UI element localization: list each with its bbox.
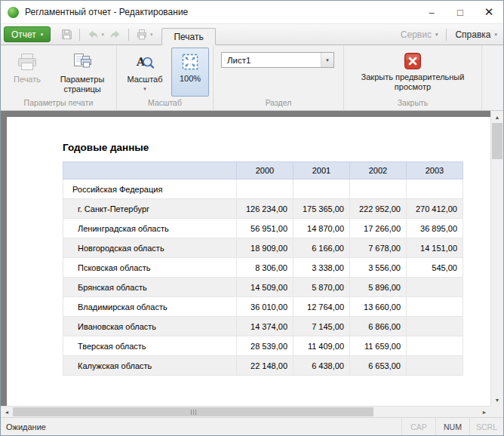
group-label-print-params: Параметры печати bbox=[1, 97, 116, 110]
minimize-button[interactable]: – bbox=[417, 1, 446, 23]
zoom-100-label: 100% bbox=[180, 74, 201, 84]
table-row: Брянская область14 509,005 870,005 896,0… bbox=[63, 278, 463, 297]
scroll-right-icon[interactable]: ► bbox=[478, 407, 490, 417]
print-icon bbox=[133, 26, 151, 43]
menu-help[interactable]: Справка ▾ bbox=[455, 29, 497, 40]
value-cell: 28 539,00 bbox=[237, 336, 293, 356]
chevron-down-icon: ▾ bbox=[143, 87, 146, 91]
scroll-left-icon[interactable]: ◄ bbox=[1, 407, 13, 417]
table-header-row: 2000 2001 2002 2003 bbox=[63, 162, 463, 180]
chevron-down-icon: ▾ bbox=[41, 32, 44, 38]
toolbar-separator bbox=[128, 29, 129, 41]
page-setup-icon bbox=[71, 52, 94, 72]
save-icon bbox=[57, 26, 75, 43]
toolbar-separator bbox=[79, 29, 80, 41]
header-year: 2000 bbox=[237, 162, 293, 180]
value-cell bbox=[293, 180, 350, 199]
scale-button-label: Масштаб bbox=[127, 75, 162, 84]
value-cell: 14 870,00 bbox=[293, 219, 350, 238]
table-row: Новгородская область18 909,006 166,007 6… bbox=[63, 238, 463, 258]
value-cell: 3 338,00 bbox=[293, 258, 350, 278]
value-cell: 17 266,00 bbox=[350, 219, 407, 238]
table-row: Российская Федерация bbox=[63, 180, 463, 199]
value-cell: 6 438,00 bbox=[293, 356, 350, 376]
maximize-button[interactable]: □ bbox=[446, 1, 475, 23]
group-label-section: Раздел bbox=[214, 97, 343, 110]
title-bar: Регламентный отчет - Редактирование – □ … bbox=[1, 1, 503, 24]
table-row: Тверская область28 539,0011 409,0011 659… bbox=[63, 336, 463, 356]
value-cell bbox=[407, 278, 463, 297]
printer-icon bbox=[16, 52, 38, 72]
scroll-up-icon[interactable]: ▲ bbox=[491, 111, 503, 123]
group-label-close: Закрыть bbox=[344, 97, 481, 110]
ribbon: Печать Параметры страницы Параметры печа… bbox=[1, 45, 503, 111]
status-bar: Ожидание CAP NUM SCRL bbox=[1, 417, 503, 435]
table-row: Ивановская область14 374,007 145,006 866… bbox=[63, 317, 463, 336]
row-label: Ивановская область bbox=[63, 317, 237, 336]
header-empty-cell bbox=[63, 162, 237, 180]
table-row: Владимирская область36 010,0012 764,0013… bbox=[63, 297, 463, 317]
report-menu-label: Отчет bbox=[11, 29, 36, 40]
chevron-down-icon: ▾ bbox=[494, 32, 497, 38]
value-cell: 14 374,00 bbox=[237, 317, 293, 336]
value-cell: 5 870,00 bbox=[293, 278, 350, 297]
value-cell: 14 151,00 bbox=[407, 238, 463, 258]
value-cell: 8 306,00 bbox=[237, 258, 293, 278]
chevron-down-icon[interactable]: ▾ bbox=[321, 53, 333, 67]
sheet-select[interactable]: Лист1 ▾ bbox=[221, 52, 334, 68]
preview-area: Годовые данные 2000 2001 2002 2003 Росси… bbox=[1, 111, 503, 417]
table-row: Калужская область22 148,006 438,006 653,… bbox=[63, 356, 463, 376]
row-label: Калужская область bbox=[63, 356, 237, 376]
close-button[interactable]: ✕ bbox=[475, 1, 503, 23]
row-label: Псковская область bbox=[63, 258, 237, 278]
value-cell: 222 952,00 bbox=[350, 199, 407, 219]
undo-icon bbox=[84, 26, 102, 43]
value-cell: 6 653,00 bbox=[350, 356, 407, 376]
value-cell: 6 866,00 bbox=[350, 317, 407, 336]
menu-service: Сервис ▾ bbox=[401, 29, 438, 40]
report-table: 2000 2001 2002 2003 Российская Федерация… bbox=[63, 161, 463, 376]
app-icon bbox=[8, 7, 19, 18]
table-row: Ленинградская область56 951,0014 870,001… bbox=[63, 219, 463, 238]
row-label: г. Санкт-Петербург bbox=[63, 199, 237, 219]
scale-icon: A bbox=[135, 52, 155, 72]
page-setup-button[interactable]: Параметры страницы bbox=[52, 48, 112, 97]
zoom-100-button[interactable]: 100% bbox=[171, 48, 209, 97]
value-cell: 11 409,00 bbox=[293, 336, 350, 356]
window-title: Регламентный отчет - Редактирование bbox=[25, 7, 417, 17]
report-table-body: Российская Федерацияг. Санкт-Петербург12… bbox=[63, 180, 463, 376]
value-cell bbox=[350, 180, 407, 199]
chevron-down-icon: ▾ bbox=[435, 32, 438, 38]
header-year: 2001 bbox=[293, 162, 350, 180]
group-label-scale: Масштаб bbox=[117, 97, 213, 110]
value-cell: 56 951,00 bbox=[237, 219, 293, 238]
value-cell: 36 895,00 bbox=[407, 219, 463, 238]
value-cell: 22 148,00 bbox=[237, 356, 293, 376]
horizontal-scrollbar[interactable]: ◄ ► bbox=[1, 406, 490, 417]
scroll-down-icon[interactable]: ▼ bbox=[491, 394, 503, 406]
num-lock-indicator: NUM bbox=[435, 418, 469, 435]
status-text: Ожидание bbox=[1, 418, 401, 435]
tab-print[interactable]: Печать bbox=[161, 28, 215, 45]
zoom-selection-icon bbox=[180, 52, 200, 72]
value-cell: 270 412,00 bbox=[407, 199, 463, 219]
vertical-scrollbar[interactable]: ▲ ▼ bbox=[490, 111, 503, 406]
value-cell bbox=[407, 180, 463, 199]
row-label: Новгородская область bbox=[63, 238, 237, 258]
scroll-lock-indicator: SCRL bbox=[469, 418, 503, 435]
caps-lock-indicator: CAP bbox=[401, 418, 435, 435]
value-cell: 7 678,00 bbox=[350, 238, 407, 258]
horizontal-scroll-thumb[interactable] bbox=[13, 407, 373, 416]
scale-button[interactable]: A Масштаб ▾ bbox=[121, 48, 169, 97]
ribbon-group-print-params: Печать Параметры страницы Параметры печа… bbox=[1, 45, 117, 110]
close-preview-button[interactable]: Закрыть предварительный просмотр bbox=[348, 48, 478, 97]
value-cell bbox=[407, 336, 463, 356]
value-cell: 175 365,00 bbox=[293, 199, 350, 219]
value-cell bbox=[237, 180, 293, 199]
vertical-scroll-thumb[interactable] bbox=[492, 123, 502, 159]
close-preview-icon bbox=[404, 52, 422, 70]
row-label: Владимирская область bbox=[63, 297, 237, 317]
table-row: г. Санкт-Петербург126 234,00175 365,0022… bbox=[63, 199, 463, 219]
value-cell: 6 166,00 bbox=[293, 238, 350, 258]
report-menu-button[interactable]: Отчет ▾ bbox=[4, 26, 51, 42]
